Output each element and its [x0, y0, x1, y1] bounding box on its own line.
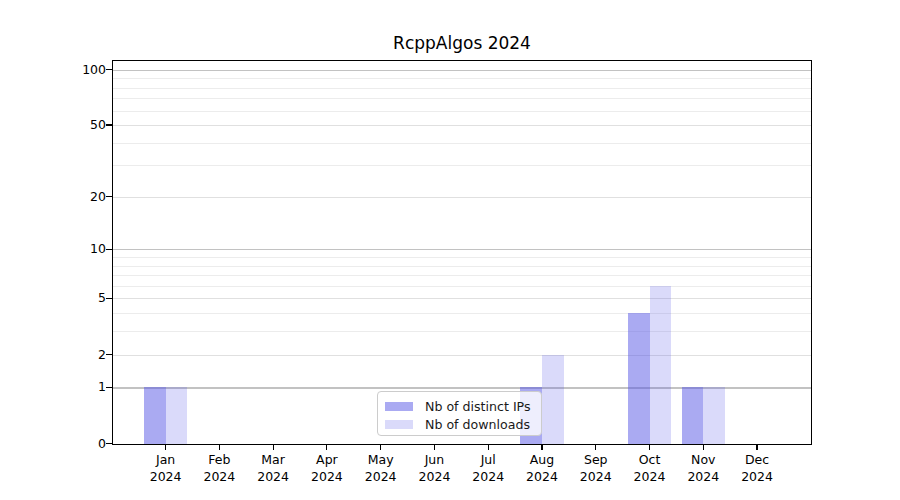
gridline-minor-labeled	[113, 355, 811, 356]
x-tick-label: May 2024	[351, 452, 411, 485]
y-tick-label: 0	[6, 436, 106, 452]
gridline-minor	[113, 266, 811, 267]
x-tick-mark	[326, 444, 327, 450]
bar-downloads-oct	[650, 286, 672, 444]
y-tick-mark	[106, 298, 113, 299]
bar-distinct-ips-nov	[682, 387, 704, 443]
bar-distinct-ips-oct	[628, 313, 650, 443]
legend-swatch-downloads	[385, 420, 413, 429]
x-tick-label: Jul 2024	[458, 452, 518, 485]
x-tick-mark	[703, 444, 704, 450]
legend-row-downloads: Nb of downloads	[385, 416, 541, 432]
x-tick-label: Nov 2024	[673, 452, 733, 485]
x-tick-mark	[649, 444, 650, 450]
y-tick-label: 100	[6, 62, 106, 78]
x-tick-mark	[273, 444, 274, 450]
chart-figure: RcppAlgos 2024 Nb of distinct IPs Nb of …	[0, 0, 900, 500]
chart-title: RcppAlgos 2024	[113, 33, 811, 53]
x-tick-mark	[756, 444, 757, 450]
x-tick-mark	[488, 444, 489, 450]
y-tick-mark	[106, 354, 113, 355]
gridline-minor	[113, 111, 811, 112]
bar-distinct-ips-jan	[144, 387, 166, 443]
x-tick-label: Apr 2024	[297, 452, 357, 485]
bar-downloads-nov	[703, 387, 725, 443]
gridline-major	[113, 70, 811, 71]
gridline-minor-labeled	[113, 125, 811, 126]
x-tick-mark	[380, 444, 381, 450]
legend: Nb of distinct IPs Nb of downloads	[377, 391, 542, 436]
gridline-minor	[113, 313, 811, 314]
y-tick-label: 10	[6, 241, 106, 257]
bar-downloads-jan	[166, 387, 188, 443]
gridline-minor	[113, 98, 811, 99]
x-tick-label: Aug 2024	[512, 452, 572, 485]
y-tick-label: 20	[6, 189, 106, 205]
y-tick-label: 5	[6, 290, 106, 306]
legend-label-distinct-ips: Nb of distinct IPs	[425, 399, 531, 414]
gridline-minor	[113, 257, 811, 258]
y-tick-mark	[106, 196, 113, 197]
y-tick-label: 2	[6, 347, 106, 363]
x-tick-label: Mar 2024	[243, 452, 303, 485]
x-tick-mark	[219, 444, 220, 450]
legend-label-downloads: Nb of downloads	[425, 417, 530, 432]
x-tick-label: Feb 2024	[189, 452, 249, 485]
y-tick-label: 1	[6, 379, 106, 395]
y-tick-mark	[106, 443, 113, 444]
y-tick-label: 50	[6, 117, 106, 133]
gridline-minor	[113, 88, 811, 89]
gridline-minor-labeled	[113, 197, 811, 198]
x-tick-label: Sep 2024	[566, 452, 626, 485]
y-tick-mark	[106, 124, 113, 125]
gridline-minor-labeled	[113, 298, 811, 299]
x-tick-label: Oct 2024	[620, 452, 680, 485]
x-tick-mark	[165, 444, 166, 450]
gridline-minor	[113, 78, 811, 79]
gridline-major	[113, 249, 811, 250]
x-tick-label: Jan 2024	[136, 452, 196, 485]
x-tick-mark	[434, 444, 435, 450]
y-tick-mark	[106, 387, 113, 388]
legend-row-distinct-ips: Nb of distinct IPs	[385, 398, 541, 414]
y-tick-mark	[106, 249, 113, 250]
x-tick-label: Dec 2024	[727, 452, 787, 485]
bar-downloads-aug	[542, 355, 564, 444]
x-tick-mark	[595, 444, 596, 450]
gridline-minor	[113, 165, 811, 166]
x-tick-label: Jun 2024	[404, 452, 464, 485]
gridline-minor	[113, 286, 811, 287]
plot-area: Nb of distinct IPs Nb of downloads	[113, 61, 811, 444]
y-tick-mark	[106, 69, 113, 70]
gridline-minor	[113, 275, 811, 276]
legend-swatch-distinct-ips	[385, 402, 413, 411]
gridline-minor	[113, 331, 811, 332]
x-tick-mark	[541, 444, 542, 450]
gridline-minor	[113, 143, 811, 144]
